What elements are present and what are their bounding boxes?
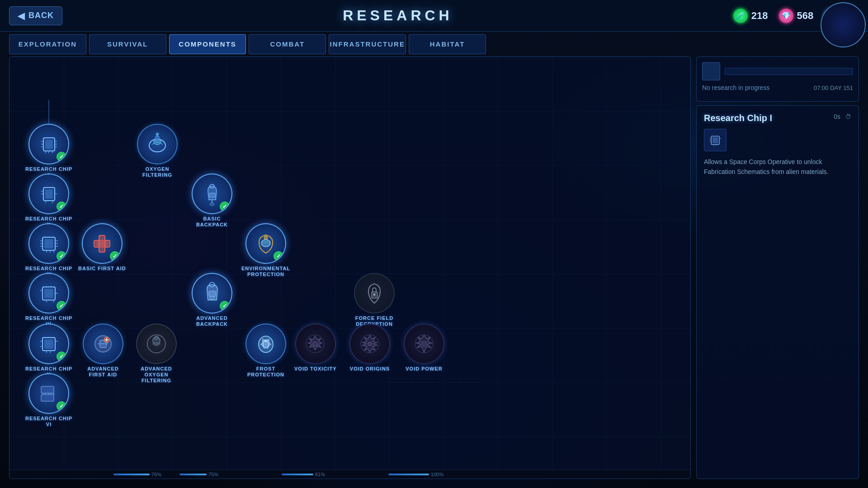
node-label: BASIC FIRST AID [78, 266, 126, 272]
node-void-power[interactable]: VOID POWER [404, 324, 444, 372]
node-advanced-oxygen-filtering[interactable]: ADVANCED OXYGEN FILTERING [132, 324, 181, 384]
green-resource-icon: 🧪 [733, 9, 748, 23]
svg-point-87 [422, 342, 426, 346]
back-arrow-icon: ◀ [18, 10, 25, 21]
node-research-chip-6[interactable]: ✓ RESEARCH CHIP VI [24, 373, 74, 427]
node-label: ADVANCED OXYGEN FILTERING [132, 366, 181, 384]
node-label: FROST PROTECTION [241, 366, 291, 378]
header: ◀ BACK RESEARCH 🧪 218 💎 568 💠 203 [0, 0, 868, 32]
no-research-label: No research in progress [702, 84, 769, 91]
research-progress-bar [725, 68, 853, 75]
detail-header: Research Chip I 0s ⏱ [704, 113, 851, 123]
svg-rect-53 [44, 289, 53, 298]
check-icon: ✓ [57, 401, 66, 411]
svg-rect-60 [210, 296, 215, 299]
node-label: RESEARCH CHIP VI [24, 416, 74, 427]
node-void-origins[interactable]: VOID ORIGINS [349, 324, 390, 372]
node-frost-protection[interactable]: FROST PROTECTION [241, 324, 291, 378]
svg-rect-49 [96, 241, 108, 246]
svg-rect-37 [44, 239, 53, 249]
svg-rect-64 [44, 339, 53, 349]
node-label: ADVANCED BACKPACK [187, 315, 237, 327]
node-label: ADVANCED FIRST AID [78, 366, 128, 378]
detail-time: 0s ⏱ [834, 113, 851, 120]
active-research-icon [702, 62, 720, 80]
pink-resource-value: 568 [797, 10, 814, 22]
tab-combat[interactable]: COMBAT [249, 34, 326, 54]
detail-icon [704, 129, 726, 151]
node-advanced-backpack[interactable]: ✓ ADVANCED BACKPACK [187, 273, 237, 327]
check-icon: ✓ [57, 152, 66, 162]
svg-point-51 [264, 236, 268, 239]
node-basic-first-aid[interactable]: ✓ BASIC FIRST AID [78, 223, 126, 272]
tab-infrastructure[interactable]: INFRASTRUCTURE [329, 34, 406, 54]
check-icon: ✓ [57, 202, 66, 211]
svg-point-83 [313, 342, 317, 346]
node-oxygen-filtering[interactable]: OXYGEN FILTERING [132, 124, 182, 178]
node-environmental-protection[interactable]: ✓ ENVIRONMENTAL PROTECTION [241, 223, 291, 277]
svg-point-78 [154, 336, 159, 340]
svg-point-35 [210, 203, 214, 206]
svg-point-25 [156, 133, 159, 136]
main-content: ✓ RESEARCH CHIP I OXYGEN FILTERING [9, 56, 859, 479]
svg-rect-89 [41, 394, 54, 401]
node-basic-backpack[interactable]: ✓ BASIC BACKPACK [187, 174, 237, 228]
bar-pct-4: 100% [431, 472, 443, 477]
svg-rect-96 [712, 137, 718, 143]
bar-segment-3: 81% [282, 472, 325, 477]
tab-exploration[interactable]: EXPLORATION [9, 34, 86, 54]
resource-pink: 💎 568 [779, 9, 814, 23]
tab-habitat[interactable]: HABITAT [409, 34, 486, 54]
node-advanced-first-aid[interactable]: ADVANCED FIRST AID [78, 324, 128, 378]
bar-segment-4: 100% [388, 472, 443, 477]
check-icon: ✓ [110, 251, 120, 261]
node-label: BASIC BACKPACK [187, 216, 237, 228]
tree-footer: 76% 75% 81% 100% [9, 469, 690, 479]
svg-rect-23 [156, 136, 159, 142]
node-research-chip-4[interactable]: ✓ RESEARCH CHIP IV [24, 273, 74, 327]
minimap [821, 2, 866, 47]
svg-rect-11 [45, 140, 53, 149]
node-research-chip-2[interactable]: ✓ RESEARCH CHIP II [24, 174, 74, 228]
node-label: VOID POWER [406, 366, 443, 372]
svg-point-50 [261, 239, 270, 247]
bar-segment-2: 75% [179, 472, 218, 477]
tab-bar: EXPLORATION SURVIVAL COMPONENTS COMBAT I… [9, 32, 486, 56]
green-resource-value: 218 [751, 10, 768, 22]
research-detail-panel: Research Chip I 0s ⏱ Allows [696, 105, 859, 479]
svg-rect-34 [209, 193, 215, 197]
svg-rect-88 [41, 386, 54, 393]
svg-point-85 [368, 342, 372, 346]
bar-pct-2: 75% [208, 472, 218, 477]
research-progress-panel: No research in progress 07:00 DAY 151 [696, 56, 859, 102]
side-panel: No research in progress 07:00 DAY 151 Re… [696, 56, 859, 479]
node-void-toxicity[interactable]: VOID TOXICITY [294, 324, 336, 372]
page-title: RESEARCH [62, 7, 733, 24]
research-time: 07:00 DAY 151 [814, 84, 853, 91]
back-button[interactable]: ◀ BACK [9, 6, 62, 25]
resource-green: 🧪 218 [733, 9, 768, 23]
node-research-chip-5[interactable]: ✓ RESEARCH CHIP V [24, 324, 74, 378]
svg-rect-27 [45, 189, 53, 199]
tab-components[interactable]: COMPONENTS [169, 34, 246, 54]
research-tree: ✓ RESEARCH CHIP I OXYGEN FILTERING [9, 56, 691, 479]
bar-pct-3: 81% [315, 472, 325, 477]
svg-point-81 [264, 339, 267, 342]
detail-title: Research Chip I [704, 113, 772, 123]
detail-description: Allows a Space Corps Operative to unlock… [704, 157, 851, 177]
svg-rect-59 [209, 291, 216, 296]
tab-survival[interactable]: SURVIVAL [89, 34, 166, 54]
node-label: OXYGEN FILTERING [132, 166, 182, 178]
node-research-chip-1[interactable]: ✓ RESEARCH CHIP I [24, 124, 74, 178]
pink-resource-icon: 💎 [779, 9, 793, 23]
back-label: BACK [28, 11, 54, 20]
bar-pct-1: 76% [151, 472, 161, 477]
check-icon: ✓ [220, 301, 230, 311]
check-icon: ✓ [220, 202, 230, 211]
node-research-chip-3[interactable]: ✓ RESEARCH CHIP III [24, 223, 74, 277]
check-icon: ✓ [57, 301, 66, 311]
node-force-field-decryption[interactable]: FORCE FIELD DECRYPTION [349, 273, 399, 327]
check-icon: ✓ [57, 251, 66, 261]
check-icon: ✓ [57, 352, 66, 361]
node-label: VOID TOXICITY [294, 366, 336, 372]
